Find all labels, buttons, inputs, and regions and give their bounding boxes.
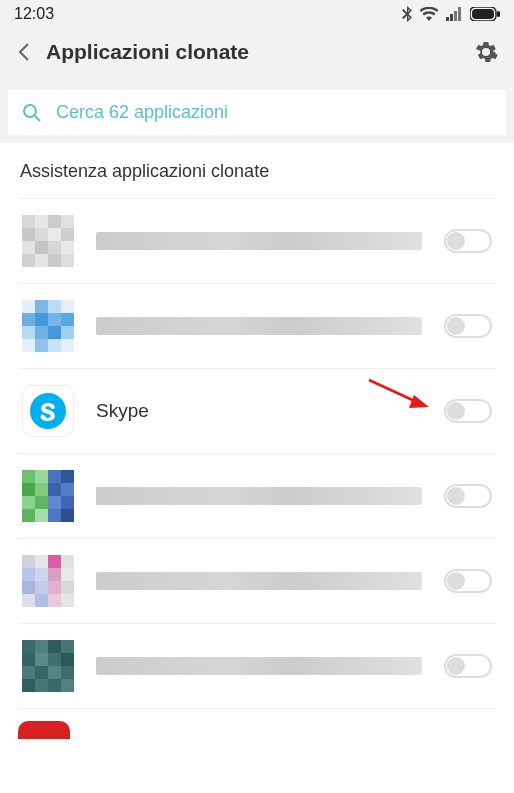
app-label-redacted — [96, 232, 422, 250]
svg-rect-6 — [497, 11, 500, 17]
status-icons — [402, 6, 500, 22]
gear-icon — [474, 40, 498, 64]
signal-icon — [446, 7, 462, 21]
app-icon — [22, 640, 74, 692]
toggle-switch[interactable] — [444, 654, 492, 678]
svg-rect-3 — [458, 7, 461, 21]
svg-line-8 — [35, 116, 40, 121]
app-row[interactable] — [18, 199, 496, 284]
back-button[interactable] — [14, 41, 34, 63]
app-label-redacted — [96, 317, 422, 335]
wifi-icon — [420, 7, 438, 21]
page-title: Applicazioni clonate — [46, 40, 460, 64]
svg-rect-2 — [454, 11, 457, 21]
chevron-left-icon — [18, 42, 30, 62]
search-input[interactable] — [56, 102, 492, 123]
app-row-skype[interactable]: Skype — [18, 369, 496, 454]
app-list: Skype — [18, 198, 496, 709]
toggle-switch[interactable] — [444, 314, 492, 338]
search-box[interactable] — [8, 90, 506, 135]
svg-rect-5 — [472, 9, 494, 19]
app-label-redacted — [96, 487, 422, 505]
toggle-switch[interactable] — [444, 399, 492, 423]
toggle-switch[interactable] — [444, 569, 492, 593]
settings-button[interactable] — [472, 38, 500, 66]
app-label: Skype — [96, 400, 422, 422]
content: Assistenza applicazioni clonate — [0, 143, 514, 739]
app-label-redacted — [96, 657, 422, 675]
app-icon — [22, 555, 74, 607]
skype-icon — [22, 385, 74, 437]
app-row[interactable] — [18, 454, 496, 539]
toggle-switch[interactable] — [444, 484, 492, 508]
svg-point-7 — [24, 105, 36, 117]
app-row[interactable] — [18, 624, 496, 709]
app-row[interactable] — [18, 539, 496, 624]
app-icon-partial — [18, 721, 70, 739]
search-container — [0, 82, 514, 143]
bluetooth-icon — [402, 6, 412, 22]
app-row[interactable] — [18, 284, 496, 369]
app-label-redacted — [96, 572, 422, 590]
battery-icon — [470, 7, 500, 21]
search-icon — [22, 103, 42, 123]
svg-rect-0 — [446, 17, 449, 21]
status-bar: 12:03 — [0, 0, 514, 28]
svg-rect-1 — [450, 14, 453, 21]
app-row-partial — [18, 709, 496, 739]
status-time: 12:03 — [14, 5, 54, 23]
app-icon — [22, 300, 74, 352]
app-icon — [22, 470, 74, 522]
section-title: Assistenza applicazioni clonate — [0, 143, 514, 198]
app-header: Applicazioni clonate — [0, 28, 514, 82]
app-icon — [22, 215, 74, 267]
toggle-switch[interactable] — [444, 229, 492, 253]
